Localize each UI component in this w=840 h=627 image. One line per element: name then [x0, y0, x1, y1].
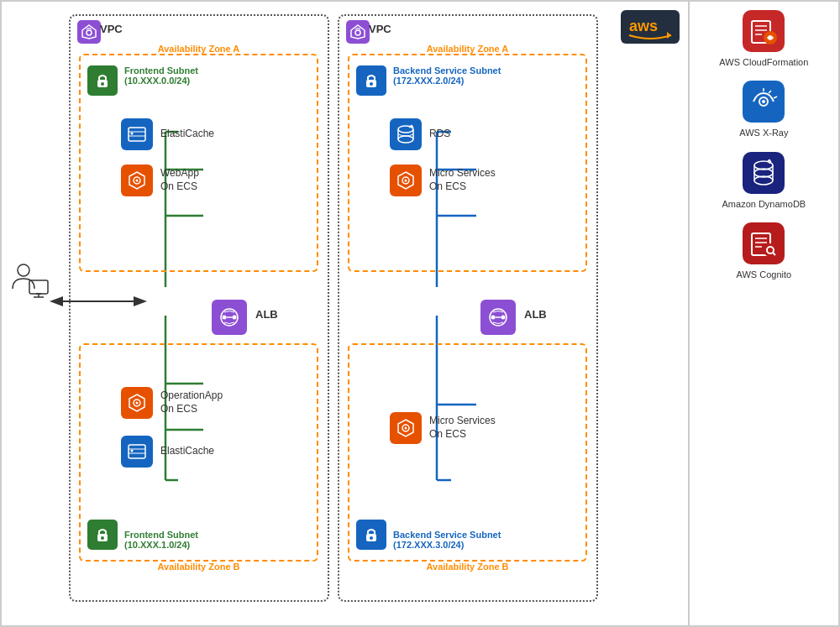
- svg-point-36: [223, 316, 227, 320]
- svg-point-37: [233, 316, 237, 320]
- az-left-a-box: Availability Zone A Frontend Subnet (10.…: [79, 54, 318, 272]
- az-right-b-box: Availability Zone B Micro ServicesOn ECS: [348, 343, 587, 562]
- az-right-a-box: Availability Zone A Backend Service Subn…: [348, 54, 587, 272]
- main-container: VPC Availability Zone A Frontend Subnet …: [0, 0, 840, 627]
- svg-point-20: [18, 264, 29, 276]
- alb-left-icon: [212, 300, 247, 335]
- diagram-area: VPC Availability Zone A Frontend Subnet …: [2, 2, 688, 627]
- az-left-a-label: Availability Zone A: [158, 44, 240, 54]
- vpc-left-container: VPC Availability Zone A Frontend Subnet …: [69, 14, 329, 602]
- svg-point-41: [136, 402, 139, 405]
- az-left-b-label: Availability Zone B: [157, 562, 239, 572]
- operation-app-icon: [121, 387, 153, 419]
- operation-app-label: OperationAppOn ECS: [160, 389, 223, 415]
- svg-point-31: [131, 133, 134, 135]
- svg-point-59: [491, 316, 496, 320]
- cloudformation-legend-icon: [743, 10, 785, 52]
- vpc-left-label: VPC: [100, 23, 123, 35]
- svg-point-66: [370, 536, 373, 540]
- dynamodb-legend-label: Amazon DynamoDB: [722, 198, 806, 210]
- svg-point-34: [136, 180, 139, 182]
- vpc-right-icon: [346, 20, 370, 44]
- az-right-a-label: Availability Zone A: [427, 44, 509, 54]
- rds-icon: [390, 118, 422, 150]
- alb-left-label: ALB: [255, 308, 278, 321]
- legend-area: AWS CloudFormation AWS X-Ray: [688, 2, 838, 627]
- backend-subnet-b-lock-icon: [356, 520, 386, 550]
- aws-logo: aws: [621, 10, 680, 44]
- svg-point-64: [405, 427, 407, 430]
- cognito-legend-icon: [743, 222, 785, 264]
- micro-services-b-label: Micro ServicesOn ECS: [429, 415, 496, 441]
- rds-label: RDS: [429, 128, 450, 139]
- az-left-b-box: Availability Zone B OperationAppOn ECS: [79, 343, 318, 562]
- legend-dynamodb: Amazon DynamoDB: [694, 152, 834, 210]
- svg-point-27: [101, 82, 104, 86]
- svg-text:aws: aws: [629, 18, 658, 34]
- alb-right-icon: [480, 300, 516, 335]
- az-right-b-label: Availability Zone B: [426, 562, 508, 572]
- micro-services-a-label: Micro ServicesOn ECS: [429, 167, 496, 193]
- svg-point-50: [370, 82, 373, 86]
- legend-xray: AWS X-Ray: [694, 81, 834, 138]
- elasticache-a-icon: [121, 118, 153, 150]
- backend-subnet-a-label: Backend Service Subnet (172.XXX.2.0/24): [393, 65, 501, 86]
- svg-point-57: [405, 180, 407, 182]
- frontend-subnet-a-lock-icon: [87, 65, 118, 96]
- elasticache-a-label: ElastiCache: [160, 128, 214, 139]
- xray-legend-icon: [743, 81, 785, 123]
- svg-point-54: [398, 136, 413, 143]
- dynamodb-legend-icon: [743, 152, 785, 194]
- cloudformation-legend-label: AWS CloudFormation: [719, 56, 808, 68]
- cognito-legend-label: AWS Cognito: [737, 269, 792, 280]
- elasticache-b-label: ElastiCache: [160, 445, 214, 457]
- xray-legend-label: AWS X-Ray: [739, 127, 788, 138]
- webapp-ecs-a-icon: [121, 165, 153, 196]
- svg-point-75: [762, 100, 765, 103]
- svg-point-48: [355, 30, 360, 35]
- svg-point-60: [501, 316, 506, 320]
- backend-subnet-a-lock-icon: [356, 65, 386, 96]
- svg-marker-68: [667, 32, 671, 39]
- alb-right-label: ALB: [524, 308, 547, 321]
- user-icon: [8, 262, 50, 300]
- svg-point-25: [87, 30, 92, 35]
- vpc-right-container: VPC Availability Zone A Backend Service …: [338, 14, 598, 602]
- micro-services-b-icon: [390, 412, 422, 444]
- svg-point-45: [131, 450, 134, 452]
- svg-point-47: [101, 536, 104, 540]
- webapp-ecs-a-label: WebAppOn ECS: [160, 167, 199, 193]
- frontend-subnet-b-label: Frontend Subnet (10.XXX.1.0/24): [124, 530, 198, 550]
- frontend-subnet-b-lock-icon: [87, 520, 118, 550]
- backend-subnet-b-label: Backend Service Subnet (172.XXX.3.0/24): [393, 530, 501, 550]
- vpc-right-label: VPC: [369, 23, 391, 35]
- legend-cloudformation: AWS CloudFormation: [694, 10, 834, 68]
- legend-cognito: AWS Cognito: [694, 222, 834, 280]
- micro-services-a-icon: [390, 165, 422, 196]
- vpc-left-icon: [77, 20, 101, 44]
- frontend-subnet-a-label: Frontend Subnet (10.XXX.0.0/24): [124, 65, 198, 86]
- elasticache-b-icon: [121, 436, 153, 468]
- svg-point-51: [398, 126, 413, 133]
